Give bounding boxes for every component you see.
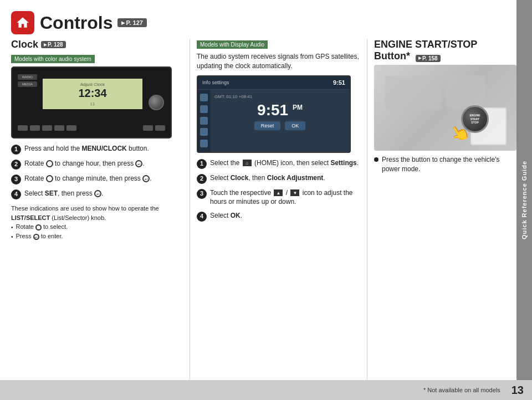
display-audio-label: Models with Display Audio bbox=[197, 40, 268, 49]
display-audio-screen: Info settings 9:51 bbox=[197, 75, 351, 153]
step-4-num: 4 bbox=[11, 189, 21, 199]
col-right: ENGINE START/STOP Button* P. 158 ENGINES… bbox=[374, 39, 516, 392]
screen-pm: PM bbox=[293, 103, 303, 111]
engine-title: ENGINE START/STOP bbox=[374, 39, 477, 50]
radio-btn-6 bbox=[143, 125, 153, 131]
da-step-4: 4 Select OK. bbox=[197, 211, 360, 222]
radio-bottom-left bbox=[18, 125, 76, 131]
columns-layout: Clock P. 128 Models with color audio sys… bbox=[11, 39, 516, 392]
screen-content-area: GMT: 01:10 +08:41 9:51 PM Reset OK bbox=[210, 90, 350, 152]
clock-ref: P. 128 bbox=[41, 41, 66, 48]
radio-time: 12:34 bbox=[78, 87, 106, 100]
up-icon: ▲ bbox=[274, 189, 283, 196]
radio-btn-1 bbox=[18, 125, 28, 131]
dash-panel-2 bbox=[446, 76, 485, 109]
step-2: 2 Rotate to change hour, then press ↩. bbox=[11, 159, 183, 170]
step-1-text: Press and hold the MENU/CLOCK button. bbox=[24, 144, 149, 153]
radio-btn-5 bbox=[66, 125, 76, 131]
notes-bullet-1: • Rotate to select. bbox=[11, 222, 183, 232]
radio-btn-row bbox=[18, 125, 165, 131]
da-step-2-num: 2 bbox=[197, 174, 207, 184]
step-4: 4 Select SET, then press ↩. bbox=[11, 189, 183, 199]
notes-intro: These indications are used to show how t… bbox=[11, 204, 183, 222]
radio-bottom-right bbox=[143, 125, 165, 131]
color-audio-label: Models with color audio system bbox=[11, 55, 95, 63]
engine-btn-box: ENGINESTARTSTOP bbox=[470, 107, 507, 145]
step-4-text: Select SET, then press ↩. bbox=[24, 189, 103, 198]
radio-sub: 11 bbox=[90, 101, 95, 106]
step-3: 3 Rotate to change minute, then press ↩. bbox=[11, 174, 183, 184]
screen-header-time: 9:51 bbox=[333, 79, 345, 86]
radio-left-buttons: RADIO MEDIA bbox=[18, 74, 37, 87]
radio-btn-3 bbox=[42, 125, 52, 131]
radio-btn-media: MEDIA bbox=[18, 81, 37, 87]
sidebar-label: Quick Reference Guide bbox=[521, 161, 528, 239]
da-step-2-text: Select Clock, then Clock Adjustment. bbox=[210, 173, 325, 183]
display-audio-intro: The audio system receives signals from G… bbox=[197, 52, 360, 71]
footer-note: * Not available on all models bbox=[423, 387, 500, 393]
down-icon: ▼ bbox=[290, 189, 299, 196]
engine-btn-label: ENGINESTARTSTOP bbox=[469, 114, 480, 125]
screen-icon-5 bbox=[200, 140, 208, 147]
notes-press: Press ↩ to enter. bbox=[16, 232, 63, 241]
da-step-4-text: Select OK. bbox=[210, 211, 242, 220]
notes-bullet-2: • Press ↩ to enter. bbox=[11, 232, 183, 241]
step-2-text: Rotate to change hour, then press ↩. bbox=[24, 159, 145, 168]
divider-2 bbox=[367, 39, 367, 392]
bullet-dot-2: • bbox=[11, 233, 13, 241]
dash-panel-1 bbox=[385, 76, 441, 109]
screen-header: Info settings 9:51 bbox=[198, 76, 350, 90]
radio-btn-radio: RADIO bbox=[18, 74, 37, 80]
col-left: Clock P. 128 Models with color audio sys… bbox=[11, 39, 183, 392]
da-step-3-text: Touch the respective ▲ / ▼ icon to adjus… bbox=[210, 188, 360, 207]
bullet-dot-1: • bbox=[11, 223, 13, 232]
display-audio-steps: 1 Select the ⌂ (HOME) icon, then select … bbox=[197, 158, 360, 222]
step-1: 1 Press and hold the MENU/CLOCK button. bbox=[11, 144, 183, 155]
da-step-3: 3 Touch the respective ▲ / ▼ icon to adj… bbox=[197, 188, 360, 207]
da-step-3-num: 3 bbox=[197, 189, 207, 199]
page-container: Controls P. 127 Clock P. 128 Models with… bbox=[0, 0, 532, 400]
radio-btn-2 bbox=[30, 125, 40, 131]
clock-section-title: Clock P. 128 bbox=[11, 39, 183, 50]
radio-btn-4 bbox=[54, 125, 64, 131]
engine-section-title: ENGINE START/STOP Button* P. 158 bbox=[374, 39, 516, 62]
screen-left-icons bbox=[198, 90, 210, 152]
notes-rotate: Rotate to select. bbox=[16, 222, 68, 232]
engine-bullet-dot bbox=[374, 157, 378, 162]
da-step-4-num: 4 bbox=[197, 212, 207, 222]
screen-icon-3 bbox=[200, 117, 208, 125]
screen-btn-reset[interactable]: Reset bbox=[254, 121, 281, 130]
step-3-num: 3 bbox=[11, 175, 21, 184]
main-content: Controls P. 127 Clock P. 128 Models with… bbox=[0, 0, 516, 400]
step-3-text: Rotate to change minute, then press ↩. bbox=[24, 174, 151, 183]
screen-icon-2 bbox=[200, 105, 208, 113]
bottom-bar: * Not available on all models 13 bbox=[0, 380, 532, 400]
screen-icon-1 bbox=[200, 94, 208, 101]
page-number: 13 bbox=[511, 384, 524, 397]
home-svg bbox=[16, 16, 30, 30]
sidebar-tab: Quick Reference Guide bbox=[516, 0, 532, 400]
da-step-1-num: 1 bbox=[197, 159, 207, 169]
da-step-1-text: Select the ⌂ (HOME) icon, then select Se… bbox=[210, 158, 359, 168]
clock-steps: 1 Press and hold the MENU/CLOCK button. … bbox=[11, 144, 183, 199]
screen-inner: Info settings 9:51 bbox=[198, 76, 350, 152]
screen-icon-4 bbox=[200, 128, 208, 136]
radio-btn-7 bbox=[155, 125, 165, 131]
home-inline-icon: ⌂ bbox=[243, 160, 252, 166]
engine-bullet: Press the button to change the vehicle's… bbox=[374, 155, 516, 174]
screen-btn-ok[interactable]: OK bbox=[285, 121, 305, 130]
radio-knob bbox=[149, 95, 164, 110]
screen-gmt: GMT: 01:10 +08:41 bbox=[214, 94, 345, 99]
col-middle: Models with Display Audio The audio syst… bbox=[197, 39, 360, 392]
da-step-1: 1 Select the ⌂ (HOME) icon, then select … bbox=[197, 158, 360, 169]
screen-big-time: 9:51 PM bbox=[214, 101, 345, 119]
engine-subtitle: Button* bbox=[374, 50, 410, 61]
home-icon bbox=[11, 11, 34, 34]
screen-buttons: Reset OK bbox=[214, 121, 345, 130]
divider-1 bbox=[190, 39, 190, 392]
engine-bullet-text: Press the button to change the vehicle's… bbox=[382, 155, 516, 174]
page-title: Controls bbox=[40, 13, 113, 33]
page-header: Controls P. 127 bbox=[11, 11, 516, 34]
radio-image: RADIO MEDIA Adjust Clock 12:34 11 bbox=[11, 66, 172, 139]
radio-display: Adjust Clock 12:34 11 bbox=[43, 79, 142, 109]
